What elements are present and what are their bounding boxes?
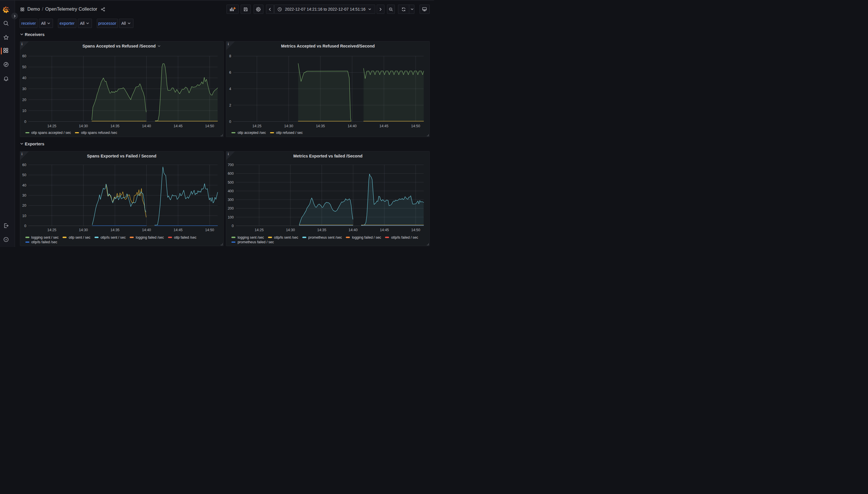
svg-text:200: 200	[228, 206, 234, 210]
svg-text:100: 100	[228, 215, 234, 220]
svg-text:30: 30	[22, 193, 26, 197]
svg-text:2: 2	[229, 103, 231, 107]
svg-text:60: 60	[22, 163, 26, 167]
svg-text:500: 500	[228, 180, 234, 185]
svg-text:20: 20	[22, 98, 26, 102]
svg-text:40: 40	[22, 183, 26, 187]
svg-text:14:40: 14:40	[142, 228, 151, 232]
svg-text:14:45: 14:45	[174, 124, 182, 128]
svg-text:14:35: 14:35	[110, 228, 119, 232]
svg-text:14:30: 14:30	[79, 228, 88, 232]
svg-text:700: 700	[228, 163, 234, 167]
svg-text:14:50: 14:50	[411, 124, 420, 128]
svg-text:?: ?	[5, 238, 7, 241]
svg-text:14:45: 14:45	[174, 228, 182, 232]
svg-text:14:50: 14:50	[205, 228, 214, 232]
svg-text:14:25: 14:25	[47, 124, 56, 128]
svg-text:6: 6	[229, 71, 231, 75]
svg-text:30: 30	[22, 87, 26, 91]
svg-text:50: 50	[22, 173, 26, 177]
svg-text:14:35: 14:35	[317, 228, 326, 232]
svg-text:14:25: 14:25	[255, 228, 264, 232]
svg-text:14:30: 14:30	[284, 124, 293, 128]
svg-text:0: 0	[232, 224, 234, 228]
svg-text:400: 400	[228, 189, 234, 193]
svg-text:8: 8	[229, 54, 231, 58]
svg-text:0: 0	[229, 120, 231, 124]
svg-text:50: 50	[22, 65, 26, 69]
svg-text:14:30: 14:30	[286, 228, 295, 232]
svg-text:40: 40	[22, 76, 26, 80]
svg-text:14:50: 14:50	[205, 124, 214, 128]
svg-text:0: 0	[24, 120, 26, 124]
svg-text:600: 600	[228, 172, 234, 176]
svg-text:14:45: 14:45	[380, 228, 389, 232]
svg-text:14:25: 14:25	[47, 228, 56, 232]
svg-text:14:50: 14:50	[411, 228, 420, 232]
svg-text:14:40: 14:40	[349, 228, 358, 232]
svg-text:4: 4	[229, 87, 231, 91]
svg-text:300: 300	[228, 198, 234, 202]
svg-text:14:45: 14:45	[380, 124, 388, 128]
svg-text:10: 10	[22, 109, 26, 113]
svg-text:60: 60	[22, 54, 26, 58]
svg-text:10: 10	[22, 214, 26, 218]
svg-text:0: 0	[24, 224, 26, 228]
svg-text:14:30: 14:30	[79, 124, 88, 128]
svg-text:14:40: 14:40	[142, 124, 151, 128]
svg-text:14:40: 14:40	[348, 124, 357, 128]
svg-text:14:25: 14:25	[252, 124, 261, 128]
svg-text:14:35: 14:35	[316, 124, 325, 128]
svg-text:14:35: 14:35	[110, 124, 119, 128]
svg-text:20: 20	[22, 204, 26, 208]
